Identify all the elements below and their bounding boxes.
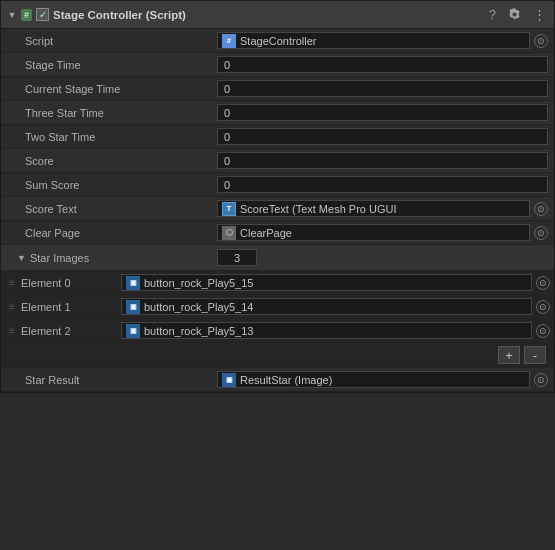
star-result-ref: ▣ ResultStar (Image)	[217, 371, 530, 388]
element-row-1: ≡ Element 1 ▣ button_rock_Play5_14 ⊙	[1, 295, 554, 319]
fields-container: Script # StageController ⊙ Stage Time 0 …	[1, 29, 554, 392]
field-label-script: Script	[1, 33, 211, 49]
star-result-select-button[interactable]: ⊙	[534, 373, 548, 387]
field-label-star-result: Star Result	[1, 372, 211, 388]
field-row-score-text: Score Text T ScoreText (Text Mesh Pro UG…	[1, 197, 554, 221]
star-images-label: ▼ Star Images	[1, 250, 211, 266]
element-label-2: Element 2	[17, 323, 117, 339]
clear-page-ref: ⬡ ClearPage	[217, 224, 530, 241]
drag-handle-0[interactable]: ≡	[1, 277, 17, 288]
header-right: ? ⋮	[487, 6, 548, 23]
score-input[interactable]: 0	[217, 152, 548, 169]
field-label-two-star-time: Two Star Time	[1, 129, 211, 145]
drag-handle-1[interactable]: ≡	[1, 301, 17, 312]
script-select-button[interactable]: ⊙	[534, 34, 548, 48]
field-row-two-star-time: Two Star Time 0	[1, 125, 554, 149]
score-text-ref: T ScoreText (Text Mesh Pro UGUI	[217, 200, 530, 217]
element-2-select-button[interactable]: ⊙	[536, 324, 550, 338]
element-value-1: ▣ button_rock_Play5_14 ⊙	[117, 296, 554, 317]
script-ref-label: StageController	[240, 35, 525, 47]
element-1-ref-label: button_rock_Play5_14	[144, 301, 527, 313]
star-result-icon: ▣	[222, 373, 236, 387]
header-left: ▼ # ✓ Stage Controller (Script)	[7, 8, 483, 21]
star-images-count-area	[211, 247, 554, 268]
settings-button[interactable]	[506, 7, 523, 22]
field-value-three-star-time: 0	[211, 102, 554, 123]
add-element-button[interactable]: +	[498, 346, 520, 364]
overflow-button[interactable]: ⋮	[531, 6, 548, 23]
page-icon: ⬡	[222, 226, 236, 240]
field-label-score-text: Score Text	[1, 201, 211, 217]
star-images-section-header: ▼ Star Images	[1, 245, 554, 271]
element-1-select-button[interactable]: ⊙	[536, 300, 550, 314]
component-title: Stage Controller (Script)	[53, 9, 186, 21]
checkmark-icon: ✓	[39, 10, 47, 20]
current-stage-time-input[interactable]: 0	[217, 80, 548, 97]
element-0-ref-label: button_rock_Play5_15	[144, 277, 527, 289]
score-text-select-button[interactable]: ⊙	[534, 202, 548, 216]
three-star-time-input[interactable]: 0	[217, 104, 548, 121]
drag-handle-2[interactable]: ≡	[1, 325, 17, 336]
text-mesh-icon: T	[222, 202, 236, 216]
element-0-ref: ▣ button_rock_Play5_15	[121, 274, 532, 291]
sum-score-input[interactable]: 0	[217, 176, 548, 193]
field-label-three-star-time: Three Star Time	[1, 105, 211, 121]
field-value-two-star-time: 0	[211, 126, 554, 147]
add-remove-row: + -	[1, 343, 554, 368]
field-row-score: Score 0	[1, 149, 554, 173]
field-label-sum-score: Sum Score	[1, 177, 211, 193]
element-label-0: Element 0	[17, 275, 117, 291]
star-images-title: Star Images	[30, 252, 89, 264]
clear-page-select-button[interactable]: ⊙	[534, 226, 548, 240]
element-value-0: ▣ button_rock_Play5_15 ⊙	[117, 272, 554, 293]
field-row-clear-page: Clear Page ⬡ ClearPage ⊙	[1, 221, 554, 245]
image-icon-2: ▣	[126, 324, 140, 338]
field-label-stage-time: Stage Time	[1, 57, 211, 73]
score-text-ref-label: ScoreText (Text Mesh Pro UGUI	[240, 203, 525, 215]
field-value-script: # StageController ⊙	[211, 30, 554, 51]
remove-element-button[interactable]: -	[524, 346, 546, 364]
field-value-score-text: T ScoreText (Text Mesh Pro UGUI ⊙	[211, 198, 554, 219]
field-value-stage-time: 0	[211, 54, 554, 75]
field-row-star-result: Star Result ▣ ResultStar (Image) ⊙	[1, 368, 554, 392]
field-label-current-stage-time: Current Stage Time	[1, 81, 211, 97]
field-value-sum-score: 0	[211, 174, 554, 195]
field-value-star-result: ▣ ResultStar (Image) ⊙	[211, 369, 554, 390]
hash-badge: #	[21, 9, 32, 21]
star-images-count-input[interactable]	[217, 249, 257, 266]
field-row-three-star-time: Three Star Time 0	[1, 101, 554, 125]
element-row-2: ≡ Element 2 ▣ button_rock_Play5_13 ⊙	[1, 319, 554, 343]
element-label-1: Element 1	[17, 299, 117, 315]
field-value-current-stage-time: 0	[211, 78, 554, 99]
element-0-select-button[interactable]: ⊙	[536, 276, 550, 290]
component-header: ▼ # ✓ Stage Controller (Script) ? ⋮	[1, 1, 554, 29]
field-value-score: 0	[211, 150, 554, 171]
image-icon-1: ▣	[126, 300, 140, 314]
field-row-stage-time: Stage Time 0	[1, 53, 554, 77]
collapse-icon[interactable]: ▼	[7, 10, 17, 20]
field-row-sum-score: Sum Score 0	[1, 173, 554, 197]
field-label-score: Score	[1, 153, 211, 169]
script-icon: #	[222, 34, 236, 48]
field-value-clear-page: ⬡ ClearPage ⊙	[211, 222, 554, 243]
element-1-ref: ▣ button_rock_Play5_14	[121, 298, 532, 315]
field-row-script: Script # StageController ⊙	[1, 29, 554, 53]
field-row-current-stage-time: Current Stage Time 0	[1, 77, 554, 101]
image-icon-0: ▣	[126, 276, 140, 290]
clear-page-ref-label: ClearPage	[240, 227, 525, 239]
star-result-ref-label: ResultStar (Image)	[240, 374, 525, 386]
field-label-clear-page: Clear Page	[1, 225, 211, 241]
two-star-time-input[interactable]: 0	[217, 128, 548, 145]
stage-time-input[interactable]: 0	[217, 56, 548, 73]
star-images-collapse-icon[interactable]: ▼	[17, 253, 26, 263]
element-row-0: ≡ Element 0 ▣ button_rock_Play5_15 ⊙	[1, 271, 554, 295]
element-2-ref: ▣ button_rock_Play5_13	[121, 322, 532, 339]
script-ref: # StageController	[217, 32, 530, 49]
help-button[interactable]: ?	[487, 6, 498, 23]
enabled-checkbox[interactable]: ✓	[36, 8, 49, 21]
element-2-ref-label: button_rock_Play5_13	[144, 325, 527, 337]
component-panel: ▼ # ✓ Stage Controller (Script) ? ⋮ Scri…	[0, 0, 555, 393]
element-value-2: ▣ button_rock_Play5_13 ⊙	[117, 320, 554, 341]
